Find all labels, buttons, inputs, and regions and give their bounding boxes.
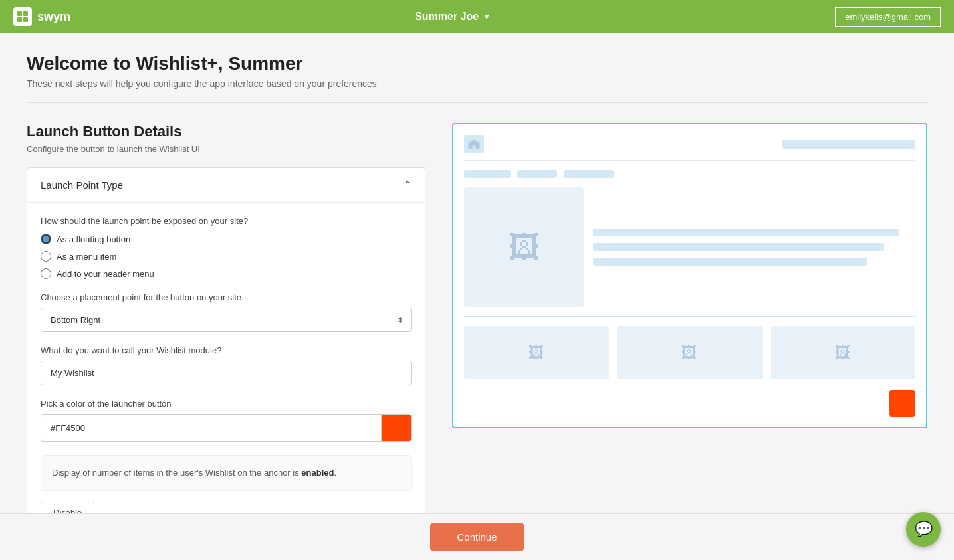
radio-floating-input[interactable] bbox=[41, 234, 51, 244]
card-header-title: Launch Point Type bbox=[41, 179, 123, 191]
preview-tab-2 bbox=[517, 170, 557, 178]
right-panel: 🖼 🖼 🖼 bbox=[452, 123, 927, 428]
preview-bottom-row: 🖼 🖼 🖼 bbox=[464, 326, 915, 379]
continue-button[interactable]: Continue bbox=[430, 523, 523, 551]
svg-rect-0 bbox=[17, 11, 22, 16]
store-name: Summer Joe bbox=[415, 11, 479, 23]
radio-menu[interactable]: As a menu item bbox=[41, 251, 412, 262]
page-content: Welcome to Wishlist+, Summer These next … bbox=[0, 33, 954, 560]
preview-tabs bbox=[464, 170, 915, 178]
color-input[interactable] bbox=[41, 414, 381, 442]
section-subtitle: Configure the button to launch the Wishl… bbox=[27, 144, 425, 154]
info-text: Display of number of items in the user's… bbox=[52, 466, 400, 480]
main-layout: Launch Button Details Configure the butt… bbox=[27, 123, 927, 537]
preview-text-lines bbox=[593, 187, 915, 307]
logo-icon bbox=[13, 7, 32, 26]
svg-rect-2 bbox=[17, 17, 22, 22]
preview-thumb-2: 🖼 bbox=[617, 326, 762, 379]
radio-group: As a floating button As a menu item Add … bbox=[41, 234, 412, 279]
preview-thumb-icon-1: 🖼 bbox=[529, 343, 544, 362]
module-input[interactable] bbox=[41, 361, 412, 385]
preview-floating-button bbox=[889, 390, 915, 417]
preview-tab-3 bbox=[564, 170, 614, 178]
display-status: enabled bbox=[301, 468, 334, 478]
module-label: What do you want to call your Wishlist m… bbox=[41, 345, 412, 355]
chat-bubble-icon: 💬 bbox=[915, 521, 933, 538]
preview-nav-bar bbox=[782, 140, 915, 149]
preview-thumb-3: 🖼 bbox=[771, 326, 915, 379]
config-card: Launch Point Type ⌃ How should the launc… bbox=[27, 167, 425, 537]
preview-content: 🖼 bbox=[464, 187, 915, 307]
dropdown-arrow-icon[interactable]: ▼ bbox=[483, 12, 491, 21]
logo-text: swym bbox=[37, 10, 70, 24]
header: swym Summer Joe ▼ emilykells@gmail.com bbox=[0, 0, 954, 33]
preview-line-1 bbox=[593, 229, 899, 236]
radio-menu-input[interactable] bbox=[41, 251, 51, 262]
logo: swym bbox=[13, 7, 70, 26]
preview-tab-1 bbox=[464, 170, 511, 178]
preview-divider bbox=[464, 316, 915, 317]
preview-line-3 bbox=[593, 258, 867, 266]
welcome-title: Welcome to Wishlist+, Summer bbox=[27, 53, 927, 74]
card-header: Launch Point Type ⌃ bbox=[27, 168, 425, 203]
section-title: Launch Button Details bbox=[27, 123, 425, 140]
color-label: Pick a color of the launcher button bbox=[41, 399, 412, 409]
radio-floating-label: As a floating button bbox=[57, 234, 130, 244]
radio-header-label: Add to your header menu bbox=[57, 269, 154, 279]
info-box: Display of number of items in the user's… bbox=[41, 455, 412, 491]
radio-header[interactable]: Add to your header menu bbox=[41, 268, 412, 279]
placement-select[interactable]: Bottom Right Bottom Left Top Right Top L… bbox=[41, 308, 412, 332]
display-info-text: Display of number of items in the user's… bbox=[52, 468, 299, 478]
radio-floating[interactable]: As a floating button bbox=[41, 234, 412, 244]
left-panel: Launch Button Details Configure the butt… bbox=[27, 123, 425, 537]
color-swatch[interactable] bbox=[381, 414, 412, 442]
preview-main-image: 🖼 bbox=[464, 187, 584, 307]
radio-header-input[interactable] bbox=[41, 268, 51, 279]
preview-line-2 bbox=[593, 243, 884, 251]
preview-header-row bbox=[464, 135, 915, 161]
placement-label: Choose a placement point for the button … bbox=[41, 292, 412, 302]
placement-select-wrapper: Bottom Right Bottom Left Top Right Top L… bbox=[41, 308, 412, 332]
card-body: How should the launch point be exposed o… bbox=[27, 203, 425, 537]
divider bbox=[27, 102, 927, 103]
question-label: How should the launch point be exposed o… bbox=[41, 216, 412, 226]
store-name-container: Summer Joe ▼ bbox=[415, 11, 491, 23]
color-row bbox=[41, 414, 412, 442]
footer: Continue bbox=[0, 513, 954, 560]
welcome-subtitle: These next steps will help you configure… bbox=[27, 78, 927, 89]
display-punctuation: . bbox=[334, 468, 336, 478]
radio-menu-label: As a menu item bbox=[57, 252, 116, 262]
chat-bubble[interactable]: 💬 bbox=[906, 512, 941, 547]
preview-thumb-icon-2: 🖼 bbox=[681, 343, 697, 362]
preview-thumb-icon-3: 🖼 bbox=[835, 343, 851, 362]
svg-rect-1 bbox=[23, 11, 28, 16]
preview-home-icon bbox=[464, 135, 484, 153]
chevron-up-icon[interactable]: ⌃ bbox=[403, 179, 412, 191]
svg-rect-3 bbox=[23, 17, 28, 22]
preview-thumb-1: 🖼 bbox=[464, 326, 609, 379]
preview-image-icon: 🖼 bbox=[508, 229, 540, 266]
email-button[interactable]: emilykells@gmail.com bbox=[835, 7, 941, 27]
preview-frame: 🖼 🖼 🖼 bbox=[452, 123, 927, 428]
